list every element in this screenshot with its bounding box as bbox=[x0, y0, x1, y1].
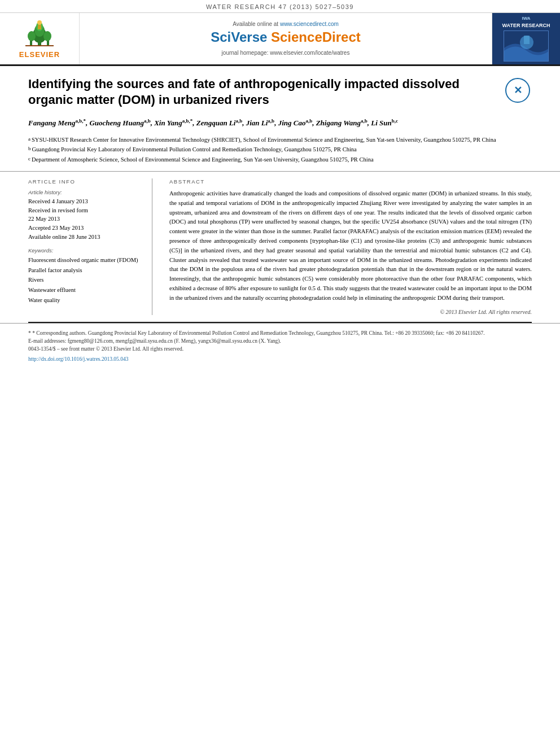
doi-line[interactable]: http://dx.doi.org/10.1016/j.watres.2013.… bbox=[28, 355, 532, 363]
keywords-list: Fluorescent dissolved organic matter (FD… bbox=[28, 255, 141, 305]
author-zhigang: Zhigang Wang bbox=[316, 119, 361, 127]
crossmark-badge[interactable]: ✕ bbox=[504, 76, 532, 104]
history-label: Article history: bbox=[28, 189, 141, 195]
received-date: Received 4 January 2013 bbox=[28, 197, 141, 206]
title-crossmark-area: Identifying the sources and fate of anth… bbox=[28, 76, 532, 108]
doi-link[interactable]: http://dx.doi.org/10.1016/j.watres.2013.… bbox=[28, 356, 128, 362]
journal-header: ELSEVIER Available online at www.science… bbox=[0, 13, 560, 66]
keyword-1: Fluorescent dissolved organic matter (FD… bbox=[28, 255, 141, 265]
crossmark-icon: ✕ bbox=[505, 78, 530, 103]
article-info-column: ARTICLE INFO Article history: Received 4… bbox=[28, 178, 152, 315]
issn-line: 0043-1354/$ – see front matter © 2013 El… bbox=[28, 345, 532, 353]
footer-section: * * Corresponding authors. Guangdong Pro… bbox=[0, 323, 560, 369]
affil-b-text: Guangdong Provincial Key Laboratory of E… bbox=[32, 145, 357, 154]
elsevier-logo: ELSEVIER bbox=[19, 18, 60, 59]
journal-bar: WATER RESEARCH 47 (2013) 5027–5039 bbox=[0, 0, 560, 13]
authors-section: Fangang Menga,b,*, Guocheng Huanga,b, Xi… bbox=[0, 108, 560, 133]
sciverse-logo: SciVerse ScienceDirect bbox=[211, 29, 361, 45]
journal-citation: WATER RESEARCH 47 (2013) 5027–5039 bbox=[206, 3, 354, 10]
abstract-column: ABSTRACT Anthropogenic activities have d… bbox=[169, 178, 532, 315]
sciverse-sci: SciVerse bbox=[211, 29, 271, 45]
svg-point-5 bbox=[43, 31, 51, 41]
elsevier-tree-icon bbox=[23, 18, 56, 49]
iwa-label: IWA bbox=[522, 16, 530, 21]
author-li: Li Sun bbox=[371, 119, 392, 127]
accepted-date: Accepted 23 May 2013 bbox=[28, 224, 141, 233]
author-fangang: Fangang Meng bbox=[28, 119, 75, 127]
corresponding-text: * Corresponding authors. Guangdong Provi… bbox=[32, 330, 484, 336]
sciverse-sd: ScienceDirect bbox=[271, 29, 361, 45]
authors-list: Fangang Menga,b,*, Guocheng Huanga,b, Xi… bbox=[28, 119, 398, 127]
affiliation-a: a SYSU-HKUST Research Center for Innovat… bbox=[28, 136, 532, 145]
abstract-text: Anthropogenic activities have dramatical… bbox=[169, 189, 532, 303]
keyword-3: Rivers bbox=[28, 275, 141, 285]
online-date: Available online 28 June 2013 bbox=[28, 233, 141, 242]
water-research-badge: IWA WATER RESEARCH bbox=[492, 13, 560, 64]
author-guocheng: Guocheng Huang bbox=[89, 119, 143, 127]
svg-rect-10 bbox=[38, 25, 41, 29]
svg-rect-8 bbox=[25, 45, 54, 46]
svg-point-9 bbox=[37, 20, 42, 25]
svg-rect-7 bbox=[47, 41, 49, 45]
wr-badge-content: IWA WATER RESEARCH bbox=[495, 16, 557, 62]
corresponding-note: * * Corresponding authors. Guangdong Pro… bbox=[28, 329, 532, 337]
two-col-section: ARTICLE INFO Article history: Received 4… bbox=[0, 171, 560, 322]
elsevier-logo-area: ELSEVIER bbox=[0, 13, 79, 64]
iwa-logo-area: IWA bbox=[522, 16, 530, 21]
author-jian: Jian Li bbox=[246, 119, 268, 127]
article-title-section: Identifying the sources and fate of anth… bbox=[0, 66, 560, 108]
available-text: Available online at www.sciencedirect.co… bbox=[233, 21, 339, 27]
affil-c-text: Department of Atmospheric Science, Schoo… bbox=[32, 155, 374, 164]
keywords-group: Keywords: Fluorescent dissolved organic … bbox=[28, 247, 141, 305]
email-line: E-mail addresses: fgmeng80@126.com, meng… bbox=[28, 337, 532, 345]
author-jing: Jing Cao bbox=[278, 119, 306, 127]
svg-rect-13 bbox=[524, 36, 530, 44]
revised-date: 22 May 2013 bbox=[28, 215, 141, 224]
article-history-group: Article history: Received 4 January 2013… bbox=[28, 189, 141, 242]
revised-label: Received in revised form bbox=[28, 206, 141, 215]
abstract-label: ABSTRACT bbox=[169, 178, 532, 185]
affil-a-text: SYSU-HKUST Research Center for Innovativ… bbox=[32, 136, 496, 145]
copyright-line: © 2013 Elsevier Ltd. All rights reserved… bbox=[169, 309, 532, 315]
keyword-5: Water quality bbox=[28, 295, 141, 305]
keyword-2: Parallel factor analysis bbox=[28, 265, 141, 276]
keywords-label: Keywords: bbox=[28, 247, 141, 254]
sciencedirect-link[interactable]: www.sciencedirect.com bbox=[280, 21, 339, 27]
author-xin: Xin Yang bbox=[154, 119, 182, 127]
wr-title: WATER RESEARCH bbox=[502, 23, 550, 29]
crossmark-symbol: ✕ bbox=[514, 84, 522, 97]
author-zengquan: Zengquan Li bbox=[196, 119, 236, 127]
keyword-4: Wastewater effluent bbox=[28, 285, 141, 295]
svg-rect-6 bbox=[30, 41, 32, 45]
affiliation-c: c Department of Atmospheric Science, Sch… bbox=[28, 155, 532, 164]
article-title: Identifying the sources and fate of anth… bbox=[28, 76, 491, 108]
article-info-label: ARTICLE INFO bbox=[28, 178, 141, 185]
affiliation-b: b Guangdong Provincial Key Laboratory of… bbox=[28, 145, 532, 154]
elsevier-label: ELSEVIER bbox=[19, 50, 60, 59]
sciencedirect-area: Available online at www.sciencedirect.co… bbox=[79, 13, 492, 64]
affiliations-section: a SYSU-HKUST Research Center for Innovat… bbox=[0, 133, 560, 171]
svg-point-4 bbox=[28, 31, 36, 41]
journal-homepage: journal homepage: www.elsevier.com/locat… bbox=[222, 50, 350, 56]
wr-cover-svg bbox=[504, 31, 549, 62]
wr-cover-image bbox=[504, 30, 549, 62]
